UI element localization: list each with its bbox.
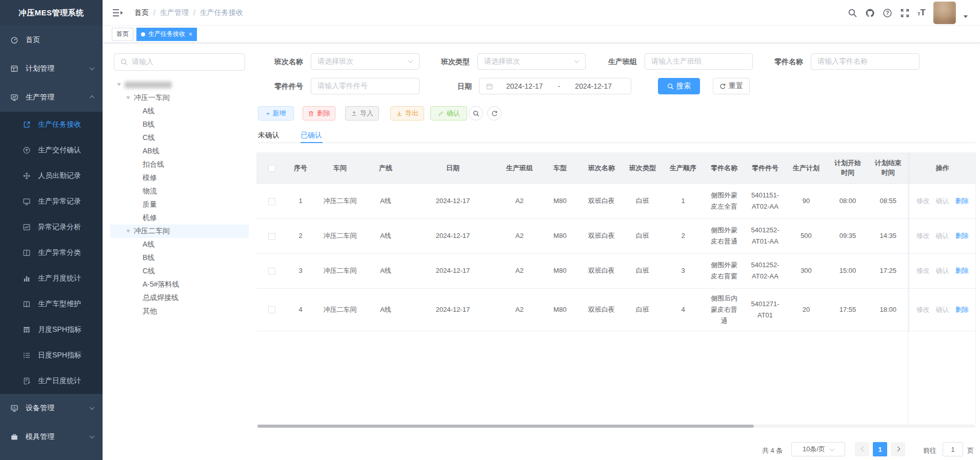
tree-node-9[interactable]: 质量	[110, 198, 249, 211]
page-1-button[interactable]: 1	[873, 442, 887, 456]
shift-name-label: 班次名称	[273, 53, 303, 70]
select-all-checkbox[interactable]	[268, 165, 275, 172]
help-icon[interactable]: ?	[883, 8, 892, 18]
sidebar-subitem-10[interactable]: 生产日度统计	[0, 368, 103, 394]
hamburger-icon[interactable]	[113, 9, 123, 17]
search-icon[interactable]	[848, 8, 857, 18]
delete-link[interactable]: 删除	[955, 267, 969, 274]
tree-node-0[interactable]	[110, 78, 249, 91]
table-refresh-button[interactable]	[487, 106, 502, 121]
delete-link[interactable]: 删除	[955, 197, 969, 205]
sidebar-subitem-2[interactable]: 人员出勤记录	[0, 163, 103, 189]
date-start[interactable]: 2024-12-17	[493, 82, 556, 90]
prev-page-button[interactable]	[855, 442, 869, 456]
row-checkbox[interactable]	[268, 198, 275, 205]
external-link-icon	[23, 121, 31, 129]
breadcrumb-home[interactable]: 首页	[134, 8, 149, 17]
tree-node-12[interactable]: A线	[110, 238, 249, 251]
github-icon[interactable]	[865, 8, 875, 18]
tree-node-8[interactable]: 物流	[110, 185, 249, 198]
next-page-button[interactable]	[891, 442, 905, 456]
sidebar-item-4[interactable]: 模具管理	[0, 423, 103, 451]
part-name-input[interactable]: 请输入零件名称	[811, 53, 919, 70]
sidebar-subitem-5[interactable]: 生产异常分类	[0, 240, 103, 266]
horizontal-scrollbar-thumb[interactable]	[257, 425, 754, 428]
avatar[interactable]	[933, 2, 956, 24]
shift-name-select[interactable]: 请选择班次	[311, 53, 419, 70]
fullscreen-icon[interactable]	[900, 8, 910, 18]
edit-link[interactable]: 修改	[916, 306, 930, 313]
delete-link[interactable]: 删除	[955, 232, 969, 239]
table-search-button[interactable]	[469, 106, 483, 121]
col-header-14: 操作	[909, 152, 976, 184]
tree-node-13[interactable]: B线	[110, 251, 249, 265]
confirm-link[interactable]: 确认	[936, 232, 949, 239]
delete-button[interactable]: 删除	[303, 106, 335, 121]
tab-unconfirmed[interactable]: 未确认	[258, 128, 279, 142]
sidebar-item-2[interactable]: 生产管理	[0, 83, 103, 112]
sidebar-subitem-9[interactable]: 日度SPH指标	[0, 343, 103, 368]
tree-node-16[interactable]: 总成焊接线	[110, 291, 249, 305]
tree-node-17[interactable]: 其他	[110, 305, 249, 318]
sidebar-item-1[interactable]: 计划管理	[0, 54, 103, 83]
select-all-checkbox-cell	[256, 152, 287, 184]
confirm-link[interactable]: 确认	[936, 197, 949, 205]
font-size-icon[interactable]: тT	[917, 8, 926, 18]
breadcrumb-current: 生产任务接收	[200, 8, 243, 17]
page-size-select[interactable]: 10条/页	[791, 442, 845, 456]
export-button[interactable]: 导出	[390, 106, 424, 121]
team-input[interactable]: 请输入生产班组	[645, 53, 753, 70]
sidebar-subitem-4[interactable]: 异常记录分析	[0, 214, 103, 240]
sidebar-subitem-7[interactable]: 生产车型维护	[0, 291, 103, 317]
tree-node-15[interactable]: A-5#落料线	[110, 278, 249, 291]
tab-home[interactable]: 首页	[112, 28, 133, 41]
edit-link[interactable]: 修改	[916, 197, 930, 205]
tree-node-3[interactable]: B线	[110, 118, 249, 131]
shift-type-select[interactable]: 请选择班次	[477, 53, 586, 70]
date-end[interactable]: 2024-12-17	[562, 82, 625, 90]
confirm-link[interactable]: 确认	[936, 267, 949, 274]
add-button[interactable]: +新增	[258, 106, 294, 121]
tree-node-6[interactable]: 扣合线	[110, 158, 249, 171]
col-header-7: 班次类型	[622, 152, 664, 184]
tree-node-11[interactable]: 冲压二车间	[110, 225, 249, 238]
delete-link[interactable]: 删除	[955, 306, 969, 313]
grid-icon	[10, 65, 18, 73]
row-checkbox[interactable]	[268, 268, 275, 275]
tree-node-1[interactable]: 冲压一车间	[110, 91, 249, 105]
table-icon	[23, 326, 31, 334]
tree-node-10[interactable]: 机修	[110, 211, 249, 225]
caret-down-icon[interactable]	[964, 15, 968, 18]
active-dot	[141, 32, 145, 36]
tab-production-task[interactable]: 生产任务接收 ×	[136, 28, 197, 41]
sidebar-subitem-3[interactable]: 生产异常记录	[0, 189, 103, 214]
tree-node-4[interactable]: C线	[110, 131, 249, 145]
confirm-link[interactable]: 确认	[936, 306, 949, 313]
row-checkbox[interactable]	[268, 233, 275, 240]
edit-link[interactable]: 修改	[916, 267, 930, 274]
breadcrumb-production[interactable]: 生产管理	[160, 8, 189, 17]
tree-search-input[interactable]: 请输入	[114, 53, 245, 71]
sidebar-subitem-6[interactable]: 生产月度统计	[0, 266, 103, 291]
part-no-input[interactable]: 请输入零件件号	[311, 78, 419, 94]
sidebar-subitem-1[interactable]: 生产交付确认	[0, 137, 103, 163]
tree-node-2[interactable]: A线	[110, 105, 249, 118]
sidebar-item-3[interactable]: 设备管理	[0, 394, 103, 423]
goto-page-input[interactable]: 1	[943, 442, 963, 456]
edit-link[interactable]: 修改	[916, 232, 930, 239]
import-button[interactable]: 导入	[345, 106, 379, 121]
tab-confirmed[interactable]: 已确认	[301, 128, 322, 142]
row-checkbox[interactable]	[268, 306, 275, 313]
close-icon[interactable]: ×	[189, 31, 192, 37]
sidebar-subitem-0[interactable]: 生产任务接收	[0, 112, 103, 137]
search-button[interactable]: 搜索	[658, 78, 700, 94]
sidebar-item-0[interactable]: 首页	[0, 26, 103, 54]
tree-node-5[interactable]: AB线	[110, 145, 249, 158]
tree-node-7[interactable]: 模修	[110, 171, 249, 185]
doc-edit-icon	[23, 377, 31, 385]
confirm-button[interactable]: 确认	[430, 106, 467, 121]
reset-button[interactable]: 重置	[713, 78, 750, 94]
sidebar-subitem-8[interactable]: 月度SPH指标	[0, 317, 103, 343]
tree-node-14[interactable]: C线	[110, 265, 249, 278]
date-range-picker[interactable]: 2024-12-17 - 2024-12-17	[479, 78, 631, 94]
